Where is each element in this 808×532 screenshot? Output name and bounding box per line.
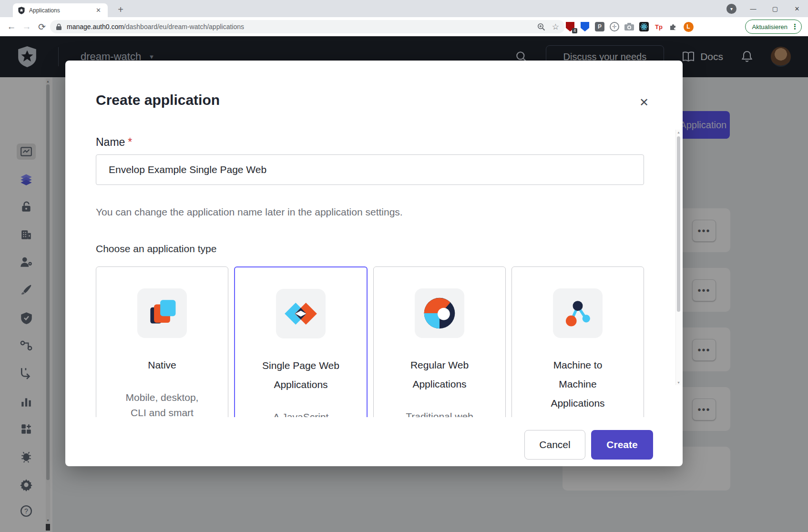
modal-scroll-down-icon[interactable]: ▼ bbox=[676, 381, 681, 384]
name-label: Name* bbox=[96, 136, 132, 149]
ublock-badge: 4 bbox=[572, 28, 577, 33]
regular-web-app-icon bbox=[415, 288, 464, 338]
card-title: Regular Web Applications bbox=[396, 356, 483, 394]
card-title: Machine to Machine Applications bbox=[534, 356, 621, 413]
tampermonkey-extension-icon[interactable]: Tp bbox=[654, 21, 664, 32]
browser-toolbar: ← → ⟳ manage.auth0.com/dashboard/eu/drea… bbox=[0, 17, 808, 36]
extensions-puzzle-icon[interactable] bbox=[668, 21, 679, 32]
url-bar[interactable]: manage.auth0.com/dashboard/eu/dream-watc… bbox=[50, 20, 565, 33]
single-page-app-icon bbox=[276, 289, 326, 338]
create-application-modal: Create application ✕ Name* You can chang… bbox=[65, 61, 683, 466]
ublock-extension-icon[interactable]: 4 bbox=[565, 21, 575, 32]
cancel-button[interactable]: Cancel bbox=[524, 430, 585, 460]
browser-tab[interactable]: Applications ✕ bbox=[13, 3, 108, 17]
name-helper-text: You can change the application name late… bbox=[96, 206, 403, 218]
padlock-icon bbox=[56, 23, 62, 31]
recorder-extension-icon[interactable]: ✛ bbox=[609, 21, 620, 32]
p-extension-icon[interactable]: P bbox=[594, 21, 605, 32]
modal-scrollbar[interactable]: ▲ ▼ bbox=[675, 130, 681, 385]
modal-title: Create application bbox=[96, 92, 220, 108]
browser-tab-strip: Applications ✕ + ▾ — ▢ ✕ bbox=[0, 0, 808, 17]
application-name-input[interactable] bbox=[96, 154, 644, 185]
application-type-list: Native Mobile, desktop, CLI and smart Si… bbox=[96, 266, 644, 417]
create-button[interactable]: Create bbox=[591, 430, 653, 460]
bitwarden-extension-icon[interactable] bbox=[580, 21, 590, 32]
required-asterisk: * bbox=[128, 136, 132, 148]
card-description: Mobile, desktop, CLI and smart bbox=[119, 390, 205, 417]
app-type-card-single-page[interactable]: Single Page Web Applications A JavaScrip… bbox=[234, 266, 368, 417]
forward-icon[interactable]: → bbox=[19, 21, 34, 32]
window-minimize-button[interactable]: — bbox=[742, 0, 764, 17]
card-description: Traditional web bbox=[396, 409, 483, 417]
url-path: /dashboard/eu/dream-watch/applications bbox=[124, 23, 244, 31]
card-description: A JavaScript bbox=[257, 409, 344, 417]
app-type-card-machine-to-machine[interactable]: Machine to Machine Applications bbox=[511, 266, 644, 417]
window-close-button[interactable]: ✕ bbox=[786, 0, 808, 17]
app-type-card-native[interactable]: Native Mobile, desktop, CLI and smart bbox=[96, 266, 228, 417]
app-type-card-regular-web[interactable]: Regular Web Applications Traditional web bbox=[373, 266, 506, 417]
camera-extension-icon[interactable] bbox=[624, 21, 634, 32]
bookmark-star-icon[interactable]: ☆ bbox=[552, 22, 559, 32]
new-tab-button[interactable]: + bbox=[114, 4, 127, 16]
tab-title: Applications bbox=[29, 7, 94, 14]
choose-type-label: Choose an application type bbox=[96, 243, 216, 255]
window-maximize-button[interactable]: ▢ bbox=[764, 0, 786, 17]
url-host: manage.auth0.com bbox=[67, 23, 124, 31]
back-icon[interactable]: ← bbox=[4, 21, 19, 32]
tab-close-icon[interactable]: ✕ bbox=[94, 7, 103, 14]
modal-scroll-up-icon[interactable]: ▲ bbox=[676, 131, 681, 134]
react-devtools-extension-icon[interactable] bbox=[639, 21, 649, 32]
browser-menu-icon[interactable]: ⋮ bbox=[791, 22, 798, 31]
zoom-icon[interactable] bbox=[537, 23, 545, 31]
native-app-icon bbox=[137, 288, 187, 338]
machine-to-machine-icon bbox=[553, 288, 603, 338]
reload-icon[interactable]: ⟳ bbox=[34, 21, 50, 32]
browser-profile-avatar[interactable]: L bbox=[683, 21, 694, 32]
close-icon[interactable]: ✕ bbox=[635, 94, 653, 111]
auth0-favicon bbox=[18, 7, 25, 14]
modal-scrollbar-thumb[interactable] bbox=[677, 136, 680, 312]
chrome-profile-chevron-icon[interactable]: ▾ bbox=[726, 4, 736, 14]
card-title: Native bbox=[119, 356, 205, 375]
card-title: Single Page Web Applications bbox=[257, 356, 344, 394]
chrome-update-button[interactable]: Aktualisieren ⋮ bbox=[745, 20, 802, 34]
